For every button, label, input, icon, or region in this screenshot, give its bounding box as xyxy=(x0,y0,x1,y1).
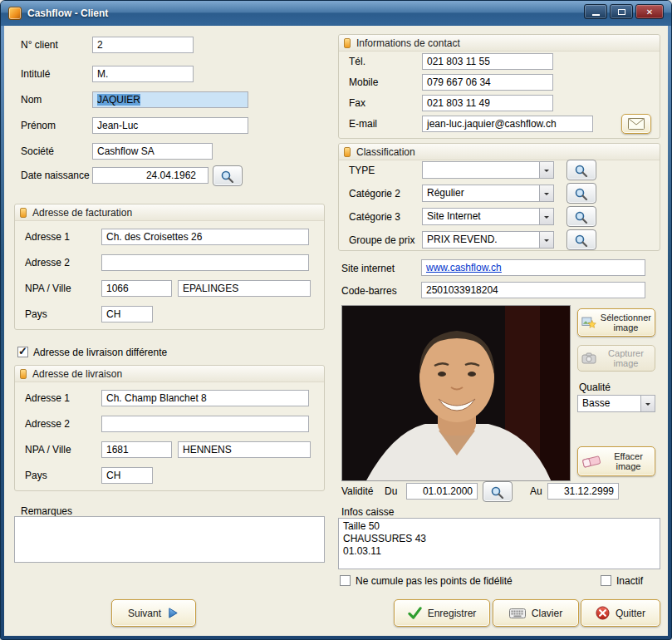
contact-header: Informations de contact xyxy=(339,35,660,52)
categorie3-lookup-button[interactable] xyxy=(567,206,596,227)
livraison-differente-label: Adresse de livraison différente xyxy=(33,347,167,358)
fact-adresse1-field[interactable]: Ch. des Croisettes 26 xyxy=(101,229,309,245)
magnifier-icon xyxy=(574,187,589,200)
classification-group: Classification TYPE Catégorie 2 Régulier… xyxy=(338,143,660,251)
magnifier-icon xyxy=(574,210,589,224)
fact-pays-field[interactable]: CH xyxy=(101,306,153,322)
livr-adresse1-field[interactable]: Ch. Champ Blanchet 8 xyxy=(101,390,309,406)
adresse-livraison-group: Adresse de livraison Adresse 1 Ch. Champ… xyxy=(14,365,325,491)
classification-title: Classification xyxy=(356,146,415,158)
fact-adresse1-label: Adresse 1 xyxy=(25,231,70,243)
send-email-button[interactable] xyxy=(621,114,651,134)
intitule-field[interactable]: M. xyxy=(92,66,194,82)
effacer-image-button[interactable]: Effacer image xyxy=(577,446,655,476)
window-title: Cashflow - Client xyxy=(27,7,108,19)
livr-npa-ville-label: NPA / Ville xyxy=(25,444,71,455)
livr-adresse2-field[interactable] xyxy=(101,416,309,432)
fact-npa-field[interactable]: 1066 xyxy=(101,280,172,297)
capturer-image-button[interactable]: Capturer image xyxy=(577,345,655,372)
categorie2-lookup-button[interactable] xyxy=(567,183,596,204)
title-bar[interactable]: Cashflow - Client ✕ xyxy=(1,1,671,26)
livr-pays-field[interactable]: CH xyxy=(101,467,153,484)
effacer-image-label: Effacer image xyxy=(606,451,651,471)
tel-field[interactable]: 021 803 11 55 xyxy=(422,53,553,70)
fact-ville-field[interactable]: EPALINGES xyxy=(178,280,311,297)
livr-ville-field[interactable]: HENNENS xyxy=(178,441,311,458)
fidelite-checkbox[interactable] xyxy=(340,575,351,586)
magnifier-icon xyxy=(574,164,589,177)
mobile-field[interactable]: 079 667 06 34 xyxy=(422,74,553,91)
email-field[interactable]: jean-luc.jaquier@cashflow.ch xyxy=(422,116,593,132)
qualite-label: Qualité xyxy=(579,382,611,393)
camera-icon xyxy=(581,352,596,364)
livr-adresse2-label: Adresse 2 xyxy=(25,418,70,430)
group-accent-icon xyxy=(20,369,27,379)
categorie2-value: Régulier xyxy=(427,187,464,199)
validite-au-field[interactable]: 31.12.2999 xyxy=(547,483,619,500)
type-lookup-button[interactable] xyxy=(567,160,596,180)
minimize-button[interactable] xyxy=(584,4,607,19)
qualite-combo[interactable]: Basse xyxy=(577,395,655,412)
validite-au-label: Au xyxy=(530,485,542,497)
date-naissance-label: Date naissance xyxy=(21,170,90,181)
suivant-button[interactable]: Suivant xyxy=(111,599,196,627)
chevron-down-icon xyxy=(640,396,655,411)
quitter-button[interactable]: Quitter xyxy=(581,599,660,627)
fact-npa-ville-label: NPA / Ville xyxy=(25,283,71,294)
categorie3-value: Site Internet xyxy=(427,210,481,222)
maximize-icon xyxy=(618,9,625,15)
inactif-checkbox[interactable] xyxy=(601,575,611,586)
livraison-differente-checkbox[interactable] xyxy=(17,347,28,357)
inactif-label: Inactif xyxy=(616,575,643,587)
clavier-button[interactable]: Clavier xyxy=(493,599,579,627)
validite-du-field[interactable]: 01.01.2000 xyxy=(406,483,478,500)
prenom-label: Prénom xyxy=(21,120,56,131)
fax-field[interactable]: 021 803 11 49 xyxy=(422,95,553,111)
validite-du-label: Du xyxy=(385,485,397,497)
quitter-label: Quitter xyxy=(616,608,645,619)
enregistrer-button[interactable]: Enregistrer xyxy=(394,599,490,627)
remarques-textarea[interactable] xyxy=(14,516,325,563)
window-controls: ✕ xyxy=(584,4,664,19)
qualite-value: Basse xyxy=(582,397,610,409)
mobile-label: Mobile xyxy=(349,76,378,88)
categorie3-combo[interactable]: Site Internet xyxy=(422,208,554,225)
site-internet-field[interactable]: www.cashflow.ch xyxy=(421,259,645,276)
group-accent-icon xyxy=(20,208,27,218)
capturer-image-label: Capturer image xyxy=(601,348,651,368)
nom-field[interactable]: JAQUIER xyxy=(92,91,248,108)
code-barres-field[interactable]: 2501033918204 xyxy=(421,282,645,298)
fact-adresse2-field[interactable] xyxy=(101,254,309,271)
infos-caisse-textarea[interactable]: Taille 50 CHAUSSURES 43 01.03.11 xyxy=(338,518,660,569)
tel-label: Tél. xyxy=(349,56,365,67)
groupe-prix-lookup-button[interactable] xyxy=(567,229,596,250)
validite-lookup-button[interactable] xyxy=(483,481,513,502)
selectionner-image-button[interactable]: Sélectionner image xyxy=(577,308,655,337)
societe-field[interactable]: Cashflow SA xyxy=(92,143,213,160)
code-barres-label: Code-barres xyxy=(341,285,397,297)
categorie2-label: Catégorie 2 xyxy=(349,188,400,199)
close-icon: ✕ xyxy=(646,7,653,17)
livr-adresse1-label: Adresse 1 xyxy=(25,392,70,404)
fax-label: Fax xyxy=(349,97,365,109)
type-combo[interactable] xyxy=(422,161,554,179)
livr-npa-field[interactable]: 1681 xyxy=(101,441,172,458)
groupe-prix-combo[interactable]: PRIX REVEND. xyxy=(422,231,554,249)
site-internet-link[interactable]: www.cashflow.ch xyxy=(426,262,502,273)
categorie3-label: Catégorie 3 xyxy=(349,211,400,223)
suivant-label: Suivant xyxy=(128,608,161,619)
clavier-label: Clavier xyxy=(532,608,562,619)
enregistrer-label: Enregistrer xyxy=(428,608,477,619)
categorie2-combo[interactable]: Régulier xyxy=(422,185,554,202)
site-internet-label: Site internet xyxy=(341,263,395,274)
close-circle-icon xyxy=(596,606,610,620)
adresse-livraison-header: Adresse de livraison xyxy=(15,366,324,382)
date-naissance-field[interactable]: 24.04.1962 xyxy=(92,167,208,184)
no-client-field[interactable]: 2 xyxy=(92,37,194,53)
adresse-livraison-title: Adresse de livraison xyxy=(32,368,122,380)
prenom-field[interactable]: Jean-Luc xyxy=(92,117,248,134)
date-naissance-lookup-button[interactable] xyxy=(213,165,243,186)
maximize-button[interactable] xyxy=(610,4,633,19)
close-button[interactable]: ✕ xyxy=(635,4,664,19)
livr-pays-label: Pays xyxy=(25,470,47,481)
